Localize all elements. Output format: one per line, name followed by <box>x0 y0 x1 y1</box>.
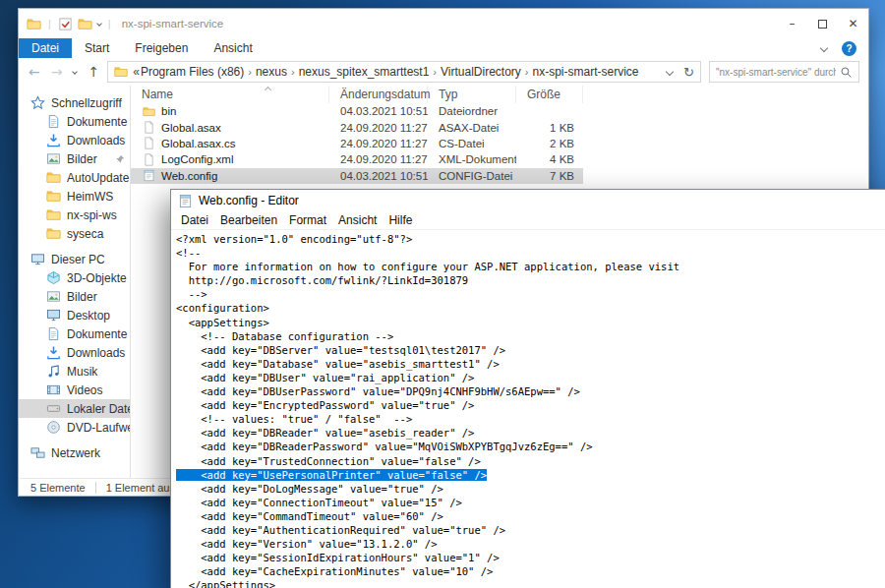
breadcrumb-item-nexus[interactable]: nexus <box>255 65 288 79</box>
ribbon-tab-ansicht[interactable]: Ansicht <box>201 38 265 58</box>
config-line: <add key="DoLogMessage" value="true" /> <box>176 482 885 496</box>
file-name-cell: LogConfig.xml <box>131 153 329 166</box>
properties-checkbox-icon[interactable] <box>58 17 73 31</box>
breadcrumb-overflow-icon[interactable]: « <box>133 65 140 79</box>
column-header-gr-e[interactable]: Größe <box>516 86 583 103</box>
file-row-logconfig-xml[interactable]: LogConfig.xml24.09.2020 11:27XML-Dokumen… <box>131 151 583 167</box>
sidebar-item-dvd-laufwerk-d-s[interactable]: DVD-Laufwerk (D:) S <box>19 418 130 437</box>
column-header-nderungsdatum[interactable]: Änderungsdatum <box>329 86 428 103</box>
file-icon <box>143 169 155 182</box>
breadcrumb-item-nx-spi-smart-service[interactable]: nx-spi-smart-service <box>532 65 640 79</box>
file-row-web-config[interactable]: Web.config04.03.2021 10:51CONFIG-Datei7 … <box>131 168 583 184</box>
menu-bearbeiten[interactable]: Bearbeiten <box>214 213 283 227</box>
cube-icon <box>46 270 61 285</box>
sidebar-item-desktop[interactable]: Desktop <box>19 306 130 324</box>
back-icon[interactable]: ← <box>29 64 40 80</box>
desktop-background: | | nx-spi-smart-service – ✕ DateiStartF… <box>0 0 885 588</box>
search-input[interactable] <box>716 67 836 78</box>
config-line: <add key="CommandTimeout" value="60" /> <box>176 509 885 523</box>
config-line: <add key="DBReaderPassword" value="MqVOi… <box>176 440 885 453</box>
sidebar-item-musik[interactable]: Musik <box>19 362 130 381</box>
file-row-global-asax-cs[interactable]: Global.asax.cs24.09.2020 11:27CS-Datei2 … <box>131 136 583 151</box>
ribbon-expand-icon[interactable] <box>820 44 828 52</box>
config-line: --> <box>176 287 885 301</box>
sidebar-item-nx-spi-ws[interactable]: nx-spi-ws <box>19 206 130 224</box>
sidebar-item-dokumente[interactable]: Dokumente <box>19 324 130 343</box>
close-button[interactable]: ✕ <box>838 9 868 38</box>
sidebar-item-label: Downloads <box>67 134 125 147</box>
explorer-titlebar[interactable]: | | nx-spi-smart-service – ✕ <box>19 9 868 38</box>
breadcrumb-item-virtualdirectory[interactable]: VirtualDirectory <box>440 65 522 79</box>
help-icon[interactable]: ? <box>842 41 856 56</box>
config-line: <add key="DBReader" value="asebis_reader… <box>176 426 885 440</box>
sidebar-item-dieser-pc[interactable]: Dieser PC <box>19 250 130 268</box>
sidebar-item-label: Dokumente <box>67 115 127 129</box>
sidebar-item-downloads[interactable]: Downloads <box>19 343 130 362</box>
file-name-cell: Web.config <box>131 169 329 182</box>
file-row-bin[interactable]: bin04.03.2021 10:51Dateiordner <box>131 103 583 119</box>
titlebar-separator: | <box>106 18 113 29</box>
refresh-icon[interactable]: ↻ <box>683 65 694 80</box>
sidebar-item-videos[interactable]: Videos <box>19 381 130 399</box>
config-line: <add key="Database" value="asebis_smartt… <box>176 357 885 371</box>
address-bar[interactable]: «Program Files (x86)›nexus›nexus_spitex_… <box>107 61 701 83</box>
file-size: 2 KB <box>516 138 583 149</box>
sidebar-item-bilder[interactable]: Bilder <box>19 287 130 306</box>
ribbon-tab-datei[interactable]: Datei <box>19 38 72 58</box>
sidebar-item-3d-objekte[interactable]: 3D-Objekte <box>19 268 130 287</box>
menu-datei[interactable]: Datei <box>175 213 214 227</box>
file-icon <box>143 137 155 149</box>
picture-icon <box>46 289 61 304</box>
sidebar-item-heimws[interactable]: HeimWS <box>19 187 130 206</box>
file-name: LogConfig.xml <box>161 153 234 165</box>
maximize-button[interactable] <box>807 9 838 38</box>
forward-icon[interactable]: → <box>51 64 63 80</box>
pin-icon <box>115 154 125 164</box>
file-name: Global.asax <box>161 122 221 134</box>
ribbon-tab-start[interactable]: Start <box>72 38 122 58</box>
search-box[interactable] <box>709 61 859 83</box>
address-dropdown-icon[interactable] <box>666 68 674 76</box>
column-header-name[interactable]: Name <box>131 86 329 103</box>
notepad-titlebar[interactable]: Web.config - Editor <box>171 190 885 211</box>
file-type: XML-Dokument <box>428 153 516 165</box>
desktop-icon <box>46 308 61 323</box>
breadcrumb-separator-icon: › <box>245 66 255 78</box>
explorer-app-icon[interactable] <box>27 17 41 31</box>
breadcrumb: «Program Files (x86)›nexus›nexus_spitex_… <box>133 65 639 79</box>
column-header-typ[interactable]: Typ <box>428 86 516 103</box>
search-icon[interactable] <box>840 66 853 79</box>
drive-icon <box>46 401 61 416</box>
config-line: <?xml version="1.0" encoding="utf-8"?> <box>176 232 885 246</box>
menu-format[interactable]: Format <box>283 213 332 227</box>
breadcrumb-item-nexus-spitex-smarttest1[interactable]: nexus_spitex_smarttest1 <box>298 65 431 79</box>
menu-ansicht[interactable]: Ansicht <box>332 213 383 227</box>
sidebar-item-bilder[interactable]: Bilder <box>19 149 130 168</box>
file-date: 24.09.2020 11:27 <box>329 138 428 149</box>
ribbon-right-controls: ? <box>821 38 856 58</box>
sidebar-item-downloads[interactable]: Downloads <box>19 131 130 149</box>
file-name-cell: Global.asax.cs <box>131 137 329 149</box>
sidebar-item-dokumente[interactable]: Dokumente <box>19 112 130 131</box>
new-folder-icon[interactable] <box>78 17 92 31</box>
navigation-bar: ← → ↑ «Program Files (x86)›nexus›nexus_s… <box>19 58 868 86</box>
sidebar-item-lokaler-datentr-ger[interactable]: Lokaler Datenträger <box>19 399 130 418</box>
titlebar-separator: | <box>46 18 53 29</box>
menu-hilfe[interactable]: Hilfe <box>383 213 418 227</box>
sidebar-item-autoupdater[interactable]: AutoUpdater <box>19 168 130 187</box>
minimize-button[interactable]: – <box>777 9 807 38</box>
file-row-global-asax[interactable]: Global.asax24.09.2020 11:27ASAX-Datei1 K… <box>131 119 583 135</box>
config-line: <add key="EncryptedPassword" value="true… <box>176 398 885 412</box>
sidebar-item-schnellzugriff[interactable]: Schnellzugriff <box>19 93 130 112</box>
sidebar-item-netzwerk[interactable]: Netzwerk <box>19 443 130 462</box>
recent-locations-dropdown-icon[interactable] <box>73 69 79 75</box>
quick-access-toolbar-dropdown-icon[interactable] <box>96 21 102 27</box>
close-icon: ✕ <box>848 17 857 30</box>
breadcrumb-item-program-files-x86[interactable]: Program Files (x86) <box>140 65 245 79</box>
notepad-text-area[interactable]: <?xml version="1.0" encoding="utf-8"?><!… <box>171 230 885 588</box>
sidebar-item-syseca[interactable]: syseca <box>19 224 130 243</box>
file-list: bin04.03.2021 10:51DateiordnerGlobal.asa… <box>131 103 868 184</box>
ribbon-tab-freigeben[interactable]: Freigeben <box>122 38 201 58</box>
up-icon[interactable]: ↑ <box>88 64 99 80</box>
document-icon <box>46 326 61 341</box>
